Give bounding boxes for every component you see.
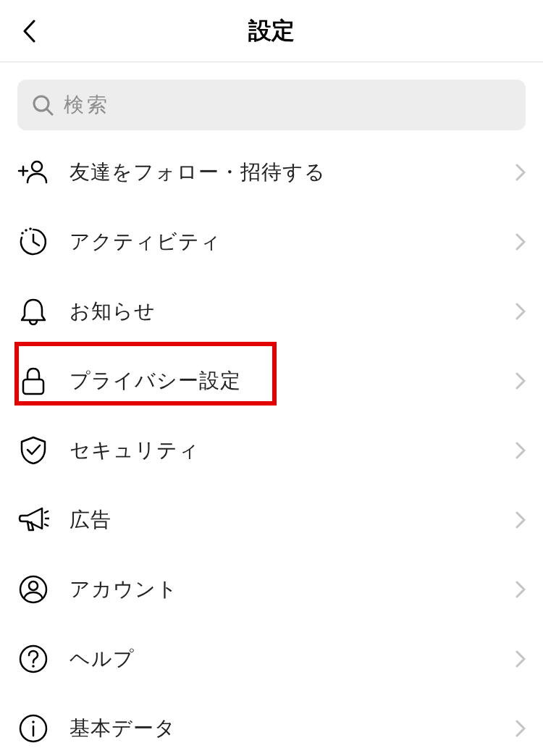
bell-icon (17, 295, 49, 327)
menu-label: セキュリティ (70, 437, 495, 464)
person-circle-icon (17, 574, 49, 605)
svg-rect-8 (23, 379, 43, 394)
chevron-right-icon (515, 164, 526, 181)
chevron-right-icon (515, 650, 526, 668)
search-icon (32, 94, 54, 116)
menu-label: 広告 (70, 506, 495, 534)
menu-label: アクティビティ (70, 228, 495, 256)
svg-point-2 (32, 161, 42, 172)
menu-item-account[interactable]: アカウント (17, 555, 526, 624)
menu-label: お知らせ (70, 298, 495, 325)
chevron-right-icon (515, 303, 526, 320)
svg-point-7 (29, 227, 32, 230)
page-title: 設定 (248, 15, 295, 47)
chevron-right-icon (515, 233, 526, 251)
svg-point-12 (32, 665, 35, 668)
activity-icon (17, 226, 49, 258)
menu-list: 友達をフォロー・招待する アクティビティ (17, 138, 526, 756)
menu-item-help[interactable]: ヘルプ (17, 624, 526, 694)
svg-point-10 (29, 581, 38, 590)
info-icon (17, 713, 49, 744)
menu-item-security[interactable]: セキュリティ (17, 416, 526, 485)
question-icon (17, 643, 49, 675)
menu-label: プライバシー設定 (70, 367, 495, 395)
menu-label: アカウント (70, 576, 495, 603)
back-button[interactable] (14, 17, 43, 46)
menu-label: 友達をフォロー・招待する (70, 159, 495, 186)
menu-item-about[interactable]: 基本データ (17, 694, 526, 756)
menu-item-ads[interactable]: 広告 (17, 485, 526, 555)
chevron-right-icon (515, 372, 526, 390)
svg-point-6 (25, 229, 28, 232)
menu-item-privacy[interactable]: プライバシー設定 (17, 346, 526, 416)
menu-item-follow-invite[interactable]: 友達をフォロー・招待する (17, 138, 526, 207)
menu-item-notifications[interactable]: お知らせ (17, 277, 526, 346)
svg-point-11 (20, 646, 46, 672)
chevron-right-icon (515, 720, 526, 737)
svg-point-5 (21, 232, 24, 235)
menu-item-activity[interactable]: アクティビティ (17, 207, 526, 277)
lock-icon (17, 365, 49, 397)
svg-line-1 (47, 109, 52, 114)
search-box[interactable] (17, 80, 526, 130)
content: 友達をフォロー・招待する アクティビティ (0, 80, 543, 756)
chevron-right-icon (515, 581, 526, 598)
chevron-left-icon (22, 20, 35, 43)
add-friend-icon (17, 156, 49, 188)
chevron-right-icon (515, 511, 526, 529)
megaphone-icon (17, 504, 49, 536)
search-input[interactable] (64, 93, 511, 117)
svg-point-14 (32, 721, 35, 723)
menu-label: ヘルプ (70, 645, 495, 673)
header: 設定 (0, 0, 543, 62)
menu-label: 基本データ (70, 715, 495, 742)
chevron-right-icon (515, 442, 526, 459)
shield-icon (17, 434, 49, 466)
